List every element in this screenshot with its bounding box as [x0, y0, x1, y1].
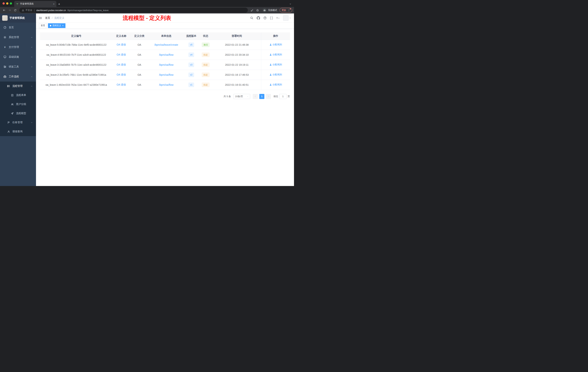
col-header-definition-id: 定义编号 — [40, 33, 113, 40]
user-avatar[interactable] — [283, 15, 291, 21]
page-unit-label: 页 — [288, 95, 290, 98]
font-size-icon[interactable]: TT — [276, 17, 280, 20]
assign-rule-link[interactable]: 分配规则 — [269, 53, 282, 56]
security-warning-icon[interactable] — [22, 9, 24, 11]
page-size-select[interactable]: 10条/页 — [233, 94, 250, 99]
definition-name-link[interactable]: OA 请假 — [116, 53, 126, 56]
search-icon[interactable] — [250, 16, 253, 20]
back-button[interactable] — [2, 8, 7, 12]
next-page-button[interactable] — [266, 94, 271, 99]
bookmark-star-icon[interactable] — [255, 8, 260, 12]
form-info-link[interactable]: /bpm/oa/flow — [159, 83, 173, 86]
form-info-link[interactable]: /bpm/oa/leave/create — [154, 43, 178, 46]
incognito-badge: 无痕模式 — [262, 8, 277, 12]
status-badge: 挂起 — [202, 83, 210, 87]
breadcrumb-home[interactable]: 首页 — [45, 16, 50, 20]
assign-rule-link[interactable]: 分配规则 — [269, 83, 282, 86]
version-badge: v4 — [189, 53, 194, 57]
table-row: oa_leave:1:482ec033-762a-11ec-8477-a2380… — [40, 80, 290, 90]
tag-home[interactable]: 首页 — [39, 23, 47, 28]
form-info-cell: /bpm/oa/flow — [149, 80, 184, 90]
form-info-cell: /bpm/oa/flow — [149, 70, 184, 80]
password-key-icon[interactable] — [250, 8, 254, 12]
close-window-button[interactable] — [2, 2, 5, 5]
maximize-window-button[interactable] — [10, 2, 12, 5]
browser-tab[interactable]: 芋道管理系统 × — [14, 1, 56, 7]
sidebar-item-process-form[interactable]: 流程表单 — [0, 91, 36, 100]
sidebar-item-user-group[interactable]: 用户分组 — [0, 100, 36, 109]
page-number-button[interactable]: 1 — [259, 94, 264, 99]
sidebar-item-leave-query[interactable]: 请假查询 — [0, 127, 36, 136]
table-row: oa_leave:3:1fad3d93-7b75-11ec-a3c8-acde4… — [40, 60, 290, 70]
reload-button[interactable] — [13, 8, 17, 12]
sidebar-item-home[interactable]: 首页 — [0, 22, 36, 33]
chevron-down-icon — [31, 46, 33, 48]
pager: 1 — [253, 94, 271, 99]
dev-tools-icon — [3, 65, 7, 68]
sidebar-item-label: 流程模型 — [16, 112, 33, 115]
fullscreen-icon[interactable] — [270, 17, 273, 20]
tag-close-icon[interactable]: × — [62, 24, 64, 27]
chevron-down-icon — [31, 56, 33, 58]
table-row: oa_leave:5:004b710b-7b8a-11ec-8ef0-acde4… — [40, 40, 290, 50]
help-icon[interactable] — [263, 16, 267, 20]
table-row: oa_leave:2:3c1f0ef1-76b1-11ec-9c66-a2380… — [40, 70, 290, 80]
sidebar-item-system[interactable]: 系统管理 — [0, 33, 36, 42]
minimize-window-button[interactable] — [6, 2, 8, 5]
assign-rule-link[interactable]: 分配规则 — [269, 43, 282, 46]
pagination-total: 共 5 条 — [224, 95, 231, 98]
security-label: 不安全 — [25, 9, 32, 12]
assign-rule-link[interactable]: 分配规则 — [269, 63, 282, 66]
new-tab-button[interactable]: + — [58, 2, 60, 6]
tab-close-icon[interactable]: × — [53, 2, 54, 5]
sidebar-item-infrastructure[interactable]: 基础设施 — [0, 52, 36, 62]
app-header: 首页 / 流程定义 流程模型 - 定义列表 TT — [36, 13, 294, 22]
sidebar-item-process-manage[interactable]: 流程管理 — [0, 82, 36, 91]
url-path: /bpm/manager/definition?key=oa_leave — [67, 9, 109, 12]
sidebar-item-dev-tools[interactable]: 研发工具 — [0, 62, 36, 72]
app-title: 芋道管理系统 — [10, 16, 25, 20]
sidebar-item-process-model[interactable]: 流程模型 — [0, 109, 36, 118]
definition-name-link[interactable]: OA 请假 — [116, 63, 126, 66]
address-bar[interactable]: 不安全 | dashboard.yudao.iocoder.cn /bpm/ma… — [19, 8, 248, 13]
goto-label: 前往 — [273, 95, 278, 98]
assign-rule-link[interactable]: 分配规则 — [269, 73, 282, 76]
url-host: dashboard.yudao.iocoder.cn — [36, 9, 66, 12]
version-badge: v3 — [189, 63, 194, 67]
github-icon[interactable] — [257, 16, 260, 20]
tab-title: 芋道管理系统 — [20, 2, 52, 5]
actions-cell: 分配规则 — [261, 50, 290, 60]
form-info-link[interactable]: /bpm/oa/flow — [159, 63, 173, 66]
sidebar-item-payment[interactable]: ¥ 支付管理 — [0, 42, 36, 52]
definition-name-cell: OA 请假 — [113, 50, 130, 60]
definition-name-cell: OA 请假 — [113, 40, 130, 50]
forward-button[interactable] — [7, 8, 12, 12]
tab-search-chevron-icon[interactable] — [289, 3, 292, 5]
prev-page-button[interactable] — [253, 94, 258, 99]
sidebar-item-workflow[interactable]: 工作流程 — [0, 72, 36, 82]
actions-cell: 分配规则 — [261, 40, 290, 50]
definition-name-link[interactable]: OA 请假 — [116, 43, 126, 46]
sidebar-fold-icon[interactable] — [39, 16, 42, 20]
status-cell: 挂起 — [199, 70, 212, 80]
col-header-status: 状态 — [199, 33, 212, 40]
version-badge: v1 — [189, 83, 194, 87]
process-manage-icon — [7, 85, 10, 88]
update-browser-button[interactable]: 更新 ⋮ — [280, 8, 292, 12]
chevron-down-icon — [31, 66, 33, 68]
form-info-link[interactable]: /bpm/oa/flow — [159, 53, 173, 56]
form-info-link[interactable]: /bpm/oa/flow — [159, 73, 173, 76]
tag-process-definition[interactable]: 流程定义 × — [48, 23, 65, 28]
definition-name-link[interactable]: OA 请假 — [116, 83, 126, 86]
goto-page-input[interactable] — [279, 94, 286, 99]
tags-view: 首页 流程定义 × — [36, 22, 294, 29]
goto-page: 前往 页 — [273, 94, 290, 99]
version-cell: v5 — [184, 40, 199, 50]
app-logo-row[interactable]: 芋道管理系统 — [0, 13, 36, 22]
app-logo-image — [2, 15, 8, 21]
definition-name-link[interactable]: OA 请假 — [116, 73, 126, 76]
sidebar-item-label: 用户分组 — [16, 103, 33, 106]
sidebar-item-task-manage[interactable]: 任务管理 — [0, 118, 36, 127]
col-header-actions: 操作 — [261, 33, 290, 40]
browser-menu-icon[interactable]: ⋮ — [288, 9, 290, 11]
